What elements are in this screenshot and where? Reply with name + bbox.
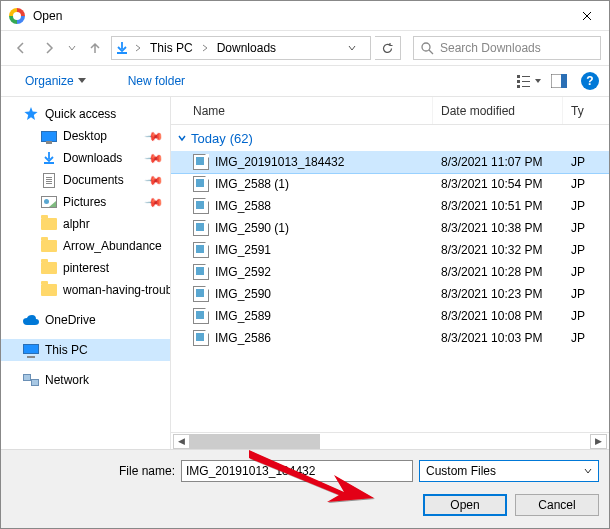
- cancel-button[interactable]: Cancel: [515, 494, 599, 516]
- svg-rect-6: [522, 86, 530, 87]
- tree-folder[interactable]: Arrow_Abundance: [1, 235, 170, 257]
- file-row[interactable]: IMG_25918/3/2021 10:32 PMJP: [171, 239, 609, 261]
- pictures-icon: [41, 196, 57, 208]
- file-type: JP: [563, 265, 593, 279]
- document-icon: [43, 173, 55, 188]
- image-file-icon: [193, 176, 209, 192]
- dropdown-icon: [535, 79, 541, 84]
- file-date: 8/3/2021 10:54 PM: [433, 177, 563, 191]
- breadcrumb-thispc[interactable]: This PC: [148, 41, 195, 55]
- chevron-right-icon: [202, 44, 208, 52]
- file-name: IMG_2586: [215, 331, 271, 345]
- col-name[interactable]: Name: [185, 97, 433, 124]
- image-file-icon: [193, 264, 209, 280]
- nav-tree: Quick access Desktop📌 Downloads📌 Documen…: [1, 97, 171, 449]
- preview-pane-icon: [551, 74, 567, 88]
- arrow-up-icon: [88, 41, 102, 55]
- title-bar: Open: [1, 1, 609, 31]
- filename-label: File name:: [115, 464, 175, 478]
- chevron-right-icon: [135, 44, 141, 52]
- help-button[interactable]: ?: [581, 72, 599, 90]
- tree-folder[interactable]: woman-having-trouble: [1, 279, 170, 301]
- window-title: Open: [33, 9, 62, 23]
- filename-input[interactable]: [181, 460, 413, 482]
- scroll-thumb[interactable]: [190, 434, 320, 449]
- file-row[interactable]: IMG_2590 (1)8/3/2021 10:38 PMJP: [171, 217, 609, 239]
- file-name: IMG_2590: [215, 287, 271, 301]
- open-button[interactable]: Open: [423, 494, 507, 516]
- col-date[interactable]: Date modified: [433, 97, 563, 124]
- organize-button[interactable]: Organize: [19, 70, 92, 92]
- file-row[interactable]: IMG_25868/3/2021 10:03 PMJP: [171, 327, 609, 349]
- file-row[interactable]: IMG_25908/3/2021 10:23 PMJP: [171, 283, 609, 305]
- file-type: JP: [563, 287, 593, 301]
- column-headers: Name Date modified Ty: [171, 97, 609, 125]
- forward-button[interactable]: [37, 36, 61, 60]
- refresh-button[interactable]: [375, 36, 401, 60]
- close-button[interactable]: [564, 1, 609, 31]
- scroll-left[interactable]: ◀: [173, 434, 190, 449]
- new-folder-button[interactable]: New folder: [122, 70, 191, 92]
- file-type: JP: [563, 331, 593, 345]
- folder-icon: [41, 240, 57, 252]
- tree-thispc[interactable]: This PC: [1, 339, 170, 361]
- file-date: 8/3/2021 10:51 PM: [433, 199, 563, 213]
- file-name: IMG_2592: [215, 265, 271, 279]
- preview-pane-button[interactable]: [545, 69, 573, 93]
- view-button[interactable]: [515, 69, 543, 93]
- pin-icon: 📌: [144, 192, 165, 213]
- file-row[interactable]: IMG_20191013_1844328/3/2021 11:07 PMJP: [171, 151, 609, 173]
- close-icon: [582, 11, 592, 21]
- history-dropdown[interactable]: [65, 44, 79, 52]
- search-box[interactable]: Search Downloads: [413, 36, 601, 60]
- filetype-select[interactable]: Custom Files: [419, 460, 599, 482]
- chevron-down-icon: [68, 44, 76, 52]
- tree-folder[interactable]: alphr: [1, 213, 170, 235]
- chrome-icon: [9, 8, 25, 24]
- file-date: 8/3/2021 10:38 PM: [433, 221, 563, 235]
- downloads-icon: [43, 152, 55, 164]
- file-type: JP: [563, 177, 593, 191]
- image-file-icon: [193, 198, 209, 214]
- up-button[interactable]: [83, 36, 107, 60]
- col-type[interactable]: Ty: [563, 97, 593, 124]
- svg-rect-2: [517, 80, 520, 83]
- folder-icon: [41, 284, 57, 296]
- address-bar[interactable]: This PC Downloads: [111, 36, 371, 60]
- file-row[interactable]: IMG_2588 (1)8/3/2021 10:54 PMJP: [171, 173, 609, 195]
- image-file-icon: [193, 220, 209, 236]
- tree-pictures[interactable]: Pictures📌: [1, 191, 170, 213]
- file-row[interactable]: IMG_25928/3/2021 10:28 PMJP: [171, 261, 609, 283]
- breadcrumb-downloads[interactable]: Downloads: [215, 41, 278, 55]
- footer: File name: Custom Files Open Cancel: [1, 449, 609, 528]
- tree-documents[interactable]: Documents📌: [1, 169, 170, 191]
- file-row[interactable]: IMG_25888/3/2021 10:51 PMJP: [171, 195, 609, 217]
- file-date: 8/3/2021 10:03 PM: [433, 331, 563, 345]
- svg-point-0: [422, 43, 430, 51]
- image-file-icon: [193, 308, 209, 324]
- tree-quick-access[interactable]: Quick access: [1, 103, 170, 125]
- h-scrollbar[interactable]: ◀ ▶: [171, 432, 609, 449]
- tree-downloads[interactable]: Downloads📌: [1, 147, 170, 169]
- address-dropdown[interactable]: [348, 41, 366, 55]
- file-type: JP: [563, 155, 593, 169]
- scroll-right[interactable]: ▶: [590, 434, 607, 449]
- onedrive-icon: [23, 312, 39, 328]
- tree-desktop[interactable]: Desktop📌: [1, 125, 170, 147]
- file-row[interactable]: IMG_25898/3/2021 10:08 PMJP: [171, 305, 609, 327]
- file-date: 8/3/2021 10:08 PM: [433, 309, 563, 323]
- view-list-icon: [517, 74, 533, 88]
- svg-rect-3: [517, 85, 520, 88]
- back-button[interactable]: [9, 36, 33, 60]
- open-dialog: Open This PC Downloads: [0, 0, 610, 529]
- tree-folder[interactable]: pinterest: [1, 257, 170, 279]
- file-name: IMG_2588: [215, 199, 271, 213]
- file-type: JP: [563, 309, 593, 323]
- tree-network[interactable]: Network: [1, 369, 170, 391]
- file-date: 8/3/2021 10:32 PM: [433, 243, 563, 257]
- nav-row: This PC Downloads Search Downloads: [1, 31, 609, 65]
- pin-icon: 📌: [144, 126, 165, 147]
- folder-icon: [41, 218, 57, 230]
- tree-onedrive[interactable]: OneDrive: [1, 309, 170, 331]
- group-header[interactable]: Today (62): [171, 125, 609, 151]
